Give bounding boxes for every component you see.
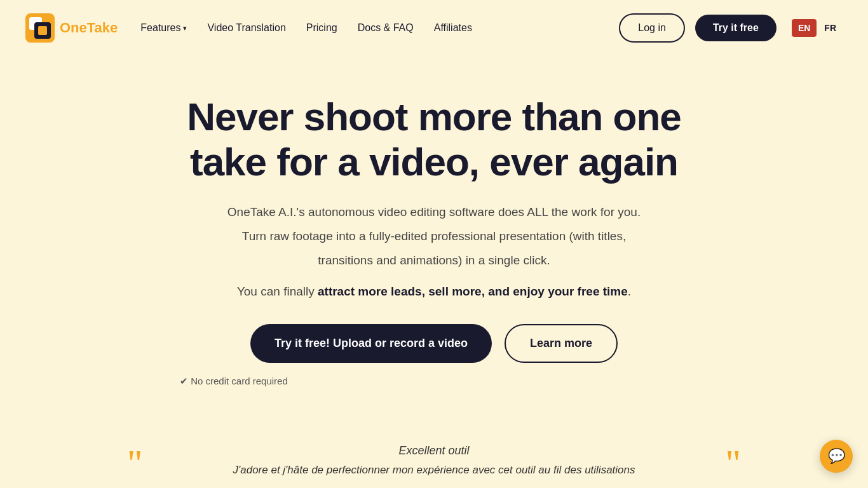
hero-title: Never shoot more than one take for a vid… bbox=[173, 94, 695, 185]
quote-left-icon: " bbox=[127, 444, 143, 482]
chevron-down-icon: ▾ bbox=[183, 24, 187, 32]
hero-buttons: Try it free! Upload or record a video Le… bbox=[173, 324, 695, 363]
quote-right-icon: " bbox=[726, 444, 742, 482]
chat-icon: 💬 bbox=[828, 448, 845, 464]
try-free-button[interactable]: Try it free bbox=[695, 15, 776, 41]
lang-en-button[interactable]: EN bbox=[792, 19, 817, 37]
hero-tagline: You can finally attract more leads, sell… bbox=[173, 282, 695, 301]
carousel-prev-button[interactable]: ‹ bbox=[13, 483, 31, 488]
login-button[interactable]: Log in bbox=[619, 13, 685, 43]
testimonial-stars: ★★★★★ bbox=[51, 485, 817, 488]
docs-faq-link[interactable]: Docs & FAQ bbox=[358, 22, 414, 34]
logo[interactable]: OneTake bbox=[25, 13, 118, 43]
affiliates-link[interactable]: Affiliates bbox=[434, 22, 472, 34]
navigation: OneTake Features ▾ Video Translation Pri… bbox=[0, 0, 868, 56]
svg-rect-3 bbox=[38, 26, 47, 35]
logo-text: OneTake bbox=[60, 21, 118, 35]
nav-left: OneTake Features ▾ Video Translation Pri… bbox=[25, 13, 472, 43]
nav-right: Log in Try it free EN FR bbox=[619, 13, 843, 43]
no-credit-card-notice: ✔ No credit card required bbox=[173, 376, 695, 387]
features-link[interactable]: Features ▾ bbox=[140, 22, 187, 34]
cta-upload-button[interactable]: Try it free! Upload or record a video bbox=[250, 324, 492, 363]
testimonial-section: ‹ › " " Excellent outil J'adore et j'hât… bbox=[0, 412, 868, 488]
lang-fr-button[interactable]: FR bbox=[818, 19, 843, 37]
nav-links: Features ▾ Video Translation Pricing Doc… bbox=[140, 22, 472, 34]
hero-subtitle-1: OneTake A.I.'s autonomous video editing … bbox=[173, 203, 695, 222]
hero-section: Never shoot more than one take for a vid… bbox=[148, 56, 720, 412]
chat-button[interactable]: 💬 bbox=[820, 440, 853, 473]
logo-icon bbox=[25, 13, 55, 43]
language-switcher: EN FR bbox=[792, 19, 843, 37]
pricing-link[interactable]: Pricing bbox=[306, 22, 337, 34]
learn-more-button[interactable]: Learn more bbox=[505, 324, 618, 363]
testimonial-title: Excellent outil bbox=[51, 444, 817, 458]
hero-subtitle-2: Turn raw footage into a fully-edited pro… bbox=[173, 227, 695, 246]
testimonial-body: J'adore et j'hâte de perfectionner mon e… bbox=[193, 464, 675, 477]
carousel-next-button[interactable]: › bbox=[837, 483, 855, 488]
hero-subtitle-3: transitions and animations) in a single … bbox=[173, 251, 695, 270]
video-translation-link[interactable]: Video Translation bbox=[207, 22, 285, 34]
